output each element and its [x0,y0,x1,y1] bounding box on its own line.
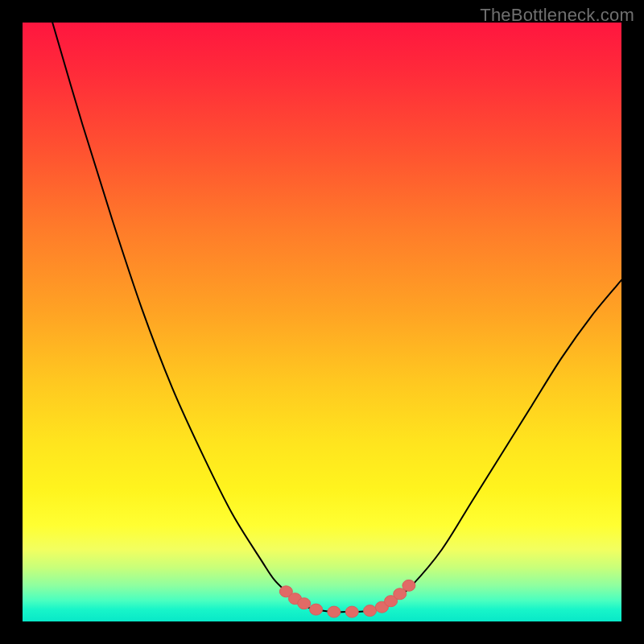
data-marker [298,598,311,609]
data-marker [345,606,358,617]
data-marker [402,580,415,591]
data-marker [310,604,323,615]
data-marker [328,606,341,617]
plot-area [23,23,621,621]
curve-right [382,280,621,609]
data-marker [364,605,377,617]
curve-left [52,23,310,609]
curve-svg [23,23,621,621]
chart-stage: TheBottleneck.com [0,0,644,644]
marker-group [279,580,415,617]
